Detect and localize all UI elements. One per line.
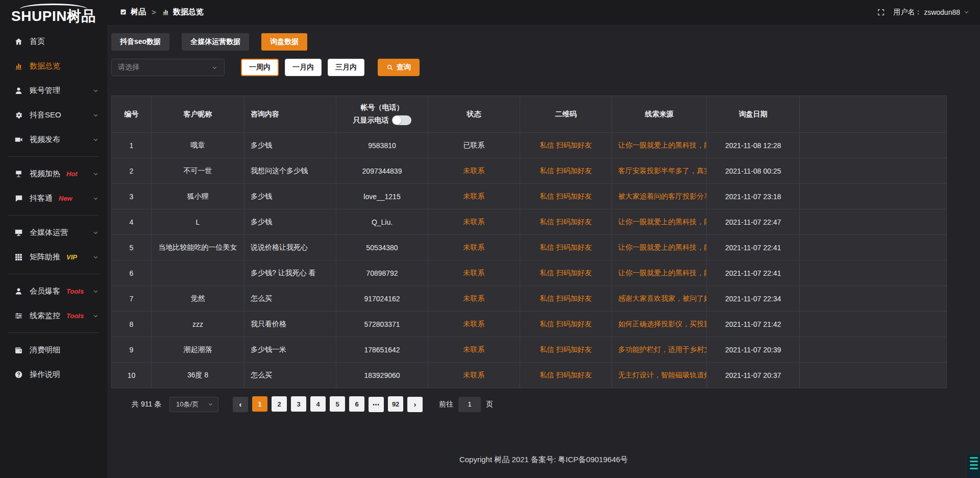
cell-qr-link[interactable]: 私信 扫码加好友 — [520, 363, 612, 388]
sidebar-item-member-baoke[interactable]: 会员爆客Tools — [0, 279, 107, 303]
sidebar-item-home[interactable]: 首页 — [0, 29, 107, 54]
cell-qr-link[interactable]: 私信 扫码加好友 — [520, 133, 612, 158]
sidebar-menu: 首页数据总览账号管理抖音SEO视频发布视频加热Hot抖客通New全媒体运营矩阵助… — [0, 29, 107, 387]
cell-source-link[interactable]: 让你一眼就爱上的黑科技，能... — [612, 260, 707, 286]
page-button-3[interactable]: 3 — [291, 396, 306, 412]
goto-page-input[interactable]: 1 — [458, 397, 481, 412]
sidebar-item-operation-help[interactable]: 操作说明 — [0, 362, 107, 387]
search-icon — [386, 64, 394, 71]
page-size-select[interactable]: 10条/页 — [169, 397, 218, 412]
chevron-down-icon — [92, 288, 99, 295]
page-button-4[interactable]: 4 — [310, 396, 326, 412]
page-button-92[interactable]: 92 — [388, 396, 403, 412]
next-page-button[interactable]: › — [407, 397, 423, 412]
cell-nickname: 当地比较能吃的一位美女 — [152, 235, 244, 260]
page-button-6[interactable]: 6 — [349, 396, 364, 412]
col-header-num: 编号 — [112, 96, 152, 133]
cell-qr-link[interactable]: 私信 扫码加好友 — [520, 286, 612, 312]
fullscreen-icon[interactable] — [877, 8, 885, 16]
cell-qr-link[interactable]: 私信 扫码加好友 — [520, 158, 612, 184]
cell-num: 5 — [112, 235, 152, 260]
query-button-label: 查询 — [397, 63, 411, 72]
cell-qr-link[interactable]: 私信 扫码加好友 — [520, 209, 612, 235]
page-button-2[interactable]: 2 — [272, 396, 287, 412]
sidebar-item-label: 数据总览 — [30, 61, 60, 71]
cell-qr-link[interactable]: 私信 扫码加好友 — [520, 235, 612, 260]
sidebar-item-video-publish[interactable]: 视频发布 — [0, 127, 107, 152]
pagination: 共 911 条 10条/页 ‹ 123456•••92 › 前往 1 页 — [111, 396, 947, 412]
user-menu[interactable]: 用户名：zswodun88 — [893, 8, 970, 17]
page-button-1[interactable]: 1 — [252, 396, 267, 412]
page-button-5[interactable]: 5 — [330, 396, 345, 412]
cell-source-link[interactable]: 让你一眼就爱上的黑科技，能... — [612, 209, 707, 235]
tab-media-ops-data[interactable]: 全媒体运营数据 — [182, 33, 249, 51]
sidebar-badge: VIP — [66, 253, 77, 261]
sidebar-badge: New — [59, 195, 72, 202]
cell-status: 未联系 — [428, 235, 520, 260]
cell-source-link[interactable]: 被大家追着问的客厅投影分享... — [612, 184, 707, 209]
prev-page-button[interactable]: ‹ — [233, 397, 248, 412]
cell-qr-link[interactable]: 私信 扫码加好友 — [520, 312, 612, 337]
table-row: 4L多少钱Q_Liu.未联系私信 扫码加好友让你一眼就爱上的黑科技，能...20… — [112, 209, 947, 235]
sidebar-item-label: 全媒体运营 — [30, 228, 68, 237]
sidebar-divider — [8, 215, 99, 216]
range-button-one-week[interactable]: 一周内 — [241, 59, 279, 76]
logo-en: SHUPIN — [11, 8, 67, 24]
cell-source-link[interactable]: 感谢大家喜欢我家，被问了好... — [612, 286, 707, 312]
floating-service-widget[interactable] — [967, 454, 980, 478]
sidebar-item-clue-monitor[interactable]: 线索监控Tools — [0, 303, 107, 328]
cell-source-link[interactable]: 无主灯设计，智能磁吸轨道灯... — [612, 363, 707, 388]
cell-filler — [800, 260, 947, 286]
cell-content: 怎么买 — [244, 286, 336, 312]
sidebar: SHUPIN树品 首页数据总览账号管理抖音SEO视频发布视频加热Hot抖客通Ne… — [0, 0, 107, 478]
sidebar-divider — [8, 274, 99, 274]
cell-content: 多少钱 — [244, 133, 336, 158]
breadcrumb-current: 数据总览 — [173, 7, 204, 17]
cell-source-link[interactable]: 让你一眼就爱上的黑科技，能... — [612, 235, 707, 260]
chevron-down-icon — [92, 313, 99, 319]
page-ellipsis-button[interactable]: ••• — [369, 397, 384, 412]
chevron-down-icon — [92, 254, 99, 260]
cell-date: 2021-11-07 20:37 — [707, 363, 800, 388]
breadcrumb: 树品 > 数据总览 — [119, 7, 204, 17]
sidebar-item-douketong[interactable]: 抖客通New — [0, 186, 107, 210]
cell-qr-link[interactable]: 私信 扫码加好友 — [520, 260, 612, 286]
cell-qr-link[interactable]: 私信 扫码加好友 — [520, 184, 612, 209]
sidebar-item-consume-detail[interactable]: 消费明细 — [0, 338, 107, 362]
footer: Copyright 树品 2021 备案号: 粤ICP备09019646号 — [107, 455, 980, 478]
video-icon — [14, 135, 23, 144]
cell-filler — [800, 158, 947, 184]
sidebar-item-video-heat[interactable]: 视频加热Hot — [0, 161, 107, 186]
cell-status: 未联系 — [428, 337, 520, 363]
sidebar-item-data-overview[interactable]: 数据总览 — [0, 54, 107, 78]
cell-date: 2021-11-07 22:34 — [707, 286, 800, 312]
range-button-three-month[interactable]: 三月内 — [328, 59, 364, 76]
tab-inquiry-data[interactable]: 询盘数据 — [261, 33, 307, 51]
cell-content: 怎么买 — [244, 363, 336, 388]
phone-only-toggle[interactable] — [392, 115, 411, 125]
cell-source-link[interactable]: 多功能护栏灯，适用于乡村文... — [612, 337, 707, 363]
cell-source-link[interactable]: 让你一眼就爱上的黑科技，能... — [612, 133, 707, 158]
sidebar-item-matrix-boost[interactable]: 矩阵助推VIP — [0, 245, 107, 269]
cell-source-link[interactable]: 如何正确选择投影仪，买投影... — [612, 312, 707, 337]
filter-select[interactable]: 请选择 — [111, 59, 225, 76]
sidebar-item-label: 视频发布 — [30, 135, 60, 145]
cell-source-link[interactable]: 客厅安装投影半年多了，真实... — [612, 158, 707, 184]
tab-douyin-seo-data[interactable]: 抖音seo数据 — [111, 33, 169, 51]
query-button[interactable]: 查询 — [378, 59, 420, 76]
topbar: 树品 > 数据总览 用户名：zswodun88 — [107, 0, 980, 25]
grid-icon — [14, 253, 23, 261]
cell-qr-link[interactable]: 私信 扫码加好友 — [520, 337, 612, 363]
range-button-one-month[interactable]: 一月内 — [285, 59, 322, 76]
sidebar-item-douyin-seo[interactable]: 抖音SEO — [0, 103, 107, 127]
table-row: 3狐小狸多少钱love__1215未联系私信 扫码加好友被大家追着问的客厅投影分… — [112, 184, 947, 209]
cell-num: 8 — [112, 312, 152, 337]
col-header-qr: 二维码 — [520, 96, 612, 133]
col-header-phone: 帐号（电话） 只显示电话 — [336, 96, 428, 133]
breadcrumb-root[interactable]: 树品 — [131, 7, 146, 17]
main-content: 抖音seo数据全媒体运营数据询盘数据 请选择 一周内一月内三月内 查询 — [107, 25, 980, 455]
logo-text: SHUPIN树品 — [0, 8, 107, 25]
sidebar-item-account-manage[interactable]: 账号管理 — [0, 78, 107, 103]
page-size-value: 10条/页 — [176, 400, 199, 409]
sidebar-item-media-ops[interactable]: 全媒体运营 — [0, 220, 107, 245]
